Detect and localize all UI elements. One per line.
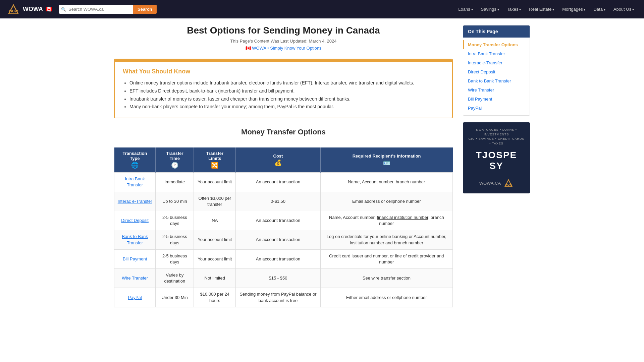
arrows-icon: 🔀 bbox=[197, 162, 233, 169]
search-button[interactable]: Search bbox=[133, 5, 157, 14]
table-row: Intra Bank Transfer Immediate Your accou… bbox=[114, 173, 453, 192]
row-time-bill-payment: 2-5 business days bbox=[156, 249, 194, 268]
main-content: Best Options for Sending Money in Canada… bbox=[114, 25, 453, 307]
search-container: Search bbox=[59, 5, 157, 14]
row-time-wire-transfer: Varies by destination bbox=[156, 269, 194, 288]
toc-box: On This Page Money Transfer Options Intr… bbox=[463, 25, 530, 116]
search-input-wrapper bbox=[59, 5, 133, 14]
ad-url: WOWA.CA bbox=[479, 181, 501, 186]
row-info-wire-transfer: See wire transfer section bbox=[320, 269, 452, 288]
link-bank-to-bank[interactable]: Bank to Bank Transfer bbox=[122, 234, 148, 245]
toc-item-paypal[interactable]: PayPal bbox=[463, 104, 530, 113]
sidebar: On This Page Money Transfer Options Intr… bbox=[463, 25, 530, 307]
row-cost-bank-to-bank: An account transaction bbox=[236, 230, 320, 249]
row-info-bank-to-bank: Log on credentials for your online banki… bbox=[320, 230, 452, 249]
ad-footer: WOWA.CA WOW bbox=[468, 178, 525, 188]
info-item-2: EFT includes Direct deposit, bank-to-ban… bbox=[129, 87, 444, 95]
row-time-intra-bank: Immediate bbox=[156, 173, 194, 192]
row-info-intra-bank: Name, Account number, branch number bbox=[320, 173, 452, 192]
svg-text:WOW: WOW bbox=[9, 9, 18, 13]
row-time-bank-to-bank: 2-5 business days bbox=[156, 230, 194, 249]
nav-links: Loans Savings Taxes Real Estate Mortgage… bbox=[455, 5, 637, 14]
table-section: Money Transfer Options TransactionType 🌐… bbox=[114, 128, 453, 307]
info-item-1: Online money transfer options include In… bbox=[129, 79, 444, 87]
row-cost-paypal: Sending money from PayPal balance or ban… bbox=[236, 288, 320, 307]
link-direct-deposit[interactable]: Direct Deposit bbox=[121, 218, 149, 223]
link-intra-bank[interactable]: Intra Bank Transfer bbox=[125, 176, 145, 187]
row-type-wire-transfer: Wire Transfer bbox=[114, 269, 156, 288]
coin-icon: 💰 bbox=[238, 159, 317, 167]
info-box-content: What You Should Know Online money transf… bbox=[115, 62, 452, 118]
tagline-flag: 🇨🇦 bbox=[246, 46, 251, 51]
toc-item-bill-payment[interactable]: Bill Payment bbox=[463, 95, 530, 104]
row-limits-bill-payment: Your account limit bbox=[194, 249, 236, 268]
wowa-logo-icon: WOW bbox=[7, 3, 20, 16]
table-row: Direct Deposit 2-5 business days NA An a… bbox=[114, 211, 453, 230]
info-box-list: Online money transfer options include In… bbox=[123, 79, 444, 111]
row-info-paypal: Either email address or cellphone number bbox=[320, 288, 452, 307]
row-type-intra-bank: Intra Bank Transfer bbox=[114, 173, 156, 192]
row-time-paypal: Under 30 Min bbox=[156, 288, 194, 307]
link-bill-payment[interactable]: Bill Payment bbox=[123, 256, 147, 261]
row-type-direct-deposit: Direct Deposit bbox=[114, 211, 156, 230]
info-box-title: What You Should Know bbox=[123, 68, 444, 75]
row-type-interac: Interac e-Transfer bbox=[114, 192, 156, 211]
svg-text:WOW: WOW bbox=[505, 184, 512, 186]
row-cost-direct-deposit: An account transaction bbox=[236, 211, 320, 230]
row-type-bill-payment: Bill Payment bbox=[114, 249, 156, 268]
th-transaction-type: TransactionType 🌐 bbox=[114, 147, 156, 173]
info-item-4: Many non-bank players compete to transfe… bbox=[129, 103, 444, 111]
row-cost-intra-bank: An account transaction bbox=[236, 173, 320, 192]
toc-header: On This Page bbox=[463, 25, 530, 38]
toc-item-money-transfer[interactable]: Money Transfer Options bbox=[463, 40, 530, 49]
section-divider bbox=[114, 142, 453, 142]
tagline-text: WOWA • Simply Know Your Options bbox=[252, 46, 321, 51]
toc-item-intra-bank[interactable]: Intra Bank Transfer bbox=[463, 49, 530, 58]
brand-logo-link[interactable]: WOW WOWA 🇨🇦 bbox=[7, 3, 52, 16]
table-row: Interac e-Transfer Up to 30 min Often $3… bbox=[114, 192, 453, 211]
nav-loans[interactable]: Loans bbox=[455, 5, 476, 14]
nav-real-estate[interactable]: Real Estate bbox=[526, 5, 557, 14]
link-paypal[interactable]: PayPal bbox=[128, 295, 142, 300]
row-cost-wire-transfer: $15 - $50 bbox=[236, 269, 320, 288]
th-transfer-time: TransferTime 🕐 bbox=[156, 147, 194, 173]
row-type-paypal: PayPal bbox=[114, 288, 156, 307]
canada-flag-icon: 🇨🇦 bbox=[46, 6, 52, 12]
ad-name: TJOSPESY bbox=[468, 150, 525, 171]
row-time-direct-deposit: 2-5 business days bbox=[156, 211, 194, 230]
page-tagline: 🇨🇦 WOWA • Simply Know Your Options bbox=[114, 46, 453, 51]
table-row: Wire Transfer Varies by destination Not … bbox=[114, 269, 453, 288]
page-updated: This Page's Content Was Last Updated: Ma… bbox=[114, 39, 453, 44]
transfer-table: TransactionType 🌐 TransferTime 🕐 Transfe… bbox=[114, 147, 453, 307]
nav-taxes[interactable]: Taxes bbox=[504, 5, 525, 14]
nav-about-us[interactable]: About Us bbox=[610, 5, 637, 14]
search-input[interactable] bbox=[59, 5, 133, 14]
row-limits-paypal: $10,000 per 24 hours bbox=[194, 288, 236, 307]
id-card-icon: 🪪 bbox=[323, 159, 450, 167]
ad-box: MORTGAGES • LOANS • INVESTMENTSGIC • SAV… bbox=[463, 122, 530, 193]
row-limits-bank-to-bank: Your account limit bbox=[194, 230, 236, 249]
info-item-3: Intrabank transfer of money is easier, f… bbox=[129, 95, 444, 103]
nav-data[interactable]: Data bbox=[590, 5, 608, 14]
toc-item-wire-transfer[interactable]: Wire Transfer bbox=[463, 85, 530, 95]
table-row: Bill Payment 2-5 business days Your acco… bbox=[114, 249, 453, 268]
row-info-direct-deposit: Name, Account number, financial institut… bbox=[320, 211, 452, 230]
toc-item-interac[interactable]: Interac e-Transfer bbox=[463, 58, 530, 67]
page-header: Best Options for Sending Money in Canada… bbox=[114, 25, 453, 51]
row-limits-intra-bank: Your account limit bbox=[194, 173, 236, 192]
clock-icon: 🕐 bbox=[158, 162, 191, 169]
toc-item-bank-to-bank[interactable]: Bank to Bank Transfer bbox=[463, 76, 530, 85]
row-info-bill-payment: Credit card issuer and number, or line o… bbox=[320, 249, 452, 268]
row-limits-wire-transfer: Not limited bbox=[194, 269, 236, 288]
info-box: What You Should Know Online money transf… bbox=[114, 59, 453, 118]
table-header-row: TransactionType 🌐 TransferTime 🕐 Transfe… bbox=[114, 147, 453, 173]
page-title: Best Options for Sending Money in Canada bbox=[114, 25, 453, 36]
nav-savings[interactable]: Savings bbox=[478, 5, 502, 14]
row-type-bank-to-bank: Bank to Bank Transfer bbox=[114, 230, 156, 249]
link-interac[interactable]: Interac e-Transfer bbox=[118, 199, 152, 204]
table-section-title: Money Transfer Options bbox=[114, 128, 453, 136]
nav-mortgages[interactable]: Mortgages bbox=[559, 5, 589, 14]
toc-item-direct-deposit[interactable]: Direct Deposit bbox=[463, 67, 530, 76]
row-cost-bill-payment: An account transaction bbox=[236, 249, 320, 268]
link-wire-transfer[interactable]: Wire Transfer bbox=[122, 276, 148, 281]
